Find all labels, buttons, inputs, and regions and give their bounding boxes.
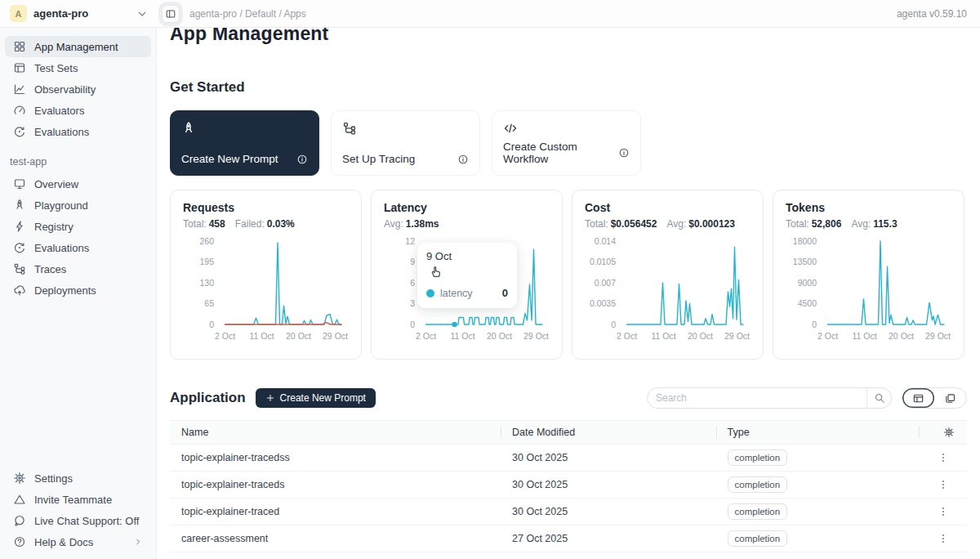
sidebar-item-playground[interactable]: Playground (5, 195, 151, 216)
metric-stat: Avg:1.38ms (384, 218, 439, 230)
create-new-prompt-button[interactable]: Create New Prompt (256, 388, 376, 408)
metric-stat: Total:$0.056452 (585, 218, 657, 230)
dots-vertical-icon (938, 452, 949, 463)
table-row[interactable]: topic-explainer-traced30 Oct 2025complet… (170, 499, 967, 525)
table-view-icon (912, 392, 924, 405)
sidebar-item-label: App Management (34, 41, 118, 53)
trace-icon (342, 121, 357, 136)
eval-icon (13, 241, 26, 254)
workspace-switcher[interactable]: A agenta-pro (10, 5, 88, 22)
svg-text:11 Oct: 11 Oct (249, 331, 274, 341)
topbar: A agenta-pro agenta-pro / Default / Apps… (0, 0, 980, 28)
metric-stat: Avg:115.3 (851, 218, 897, 230)
metric-stat: Total:458 (183, 218, 225, 230)
sidebar-item-label: Evaluators (34, 105, 84, 117)
sidebar: App ManagementTest SetsObservabilityEval… (0, 28, 157, 559)
svg-text:0.0105: 0.0105 (590, 257, 616, 266)
cell-date-modified: 30 Oct 2025 (501, 479, 716, 490)
chevron-down-icon[interactable] (136, 7, 149, 20)
tooltip-date: 9 Oct (426, 250, 508, 262)
info-icon[interactable] (618, 147, 630, 159)
row-menu-button[interactable] (919, 452, 967, 463)
search-box (647, 387, 892, 409)
cloud-icon (13, 284, 26, 297)
dots-vertical-icon (938, 533, 949, 544)
metric-title: Cost (585, 201, 751, 214)
card-label: Create New Prompt (181, 153, 278, 165)
sidebar-item-label: Invite Teammate (34, 494, 112, 506)
svg-text:195: 195 (199, 257, 214, 266)
type-badge: completion (728, 476, 788, 493)
svg-text:20 Oct: 20 Oct (889, 331, 914, 341)
sidebar-item-observability[interactable]: Observability (5, 78, 151, 100)
metric-card-tokens: TokensTotal:52,806Avg:115.31800013500900… (773, 190, 964, 360)
row-menu-button[interactable] (919, 533, 967, 544)
metric-title: Latency (384, 201, 550, 214)
lightning-icon (13, 220, 26, 233)
sidebar-item-settings[interactable]: Settings (5, 467, 151, 489)
get-started-card-set-up-tracing[interactable]: Set Up Tracing (331, 110, 480, 176)
sidebar-item-help-docs[interactable]: Help & Docs (5, 531, 151, 552)
sidebar-main-nav: App ManagementTest SetsObservabilityEval… (5, 36, 151, 142)
metric-title: Tokens (786, 201, 951, 214)
sidebar-item-evaluations[interactable]: Evaluations (5, 237, 151, 258)
sidebar-item-traces[interactable]: Traces (5, 258, 151, 280)
card-view-button[interactable] (934, 388, 966, 408)
sidebar-item-overview[interactable]: Overview (5, 173, 151, 195)
column-settings-button[interactable] (919, 421, 967, 444)
row-menu-button[interactable] (919, 479, 967, 490)
column-header: Name (170, 421, 501, 444)
info-icon[interactable] (296, 154, 308, 165)
search-icon (874, 392, 885, 404)
svg-text:2 Oct: 2 Oct (617, 331, 637, 341)
cursor-icon (429, 264, 443, 278)
table-row[interactable]: topic-explainer-traceds30 Oct 2025comple… (170, 472, 967, 499)
sidebar-item-deployments[interactable]: Deployments (5, 280, 151, 301)
svg-text:0.007: 0.007 (595, 278, 616, 288)
table-row[interactable]: career-assessment27 Oct 2025completion (170, 525, 967, 552)
legend-dot (426, 289, 434, 297)
table-icon (13, 61, 26, 74)
metric-chart-cost[interactable]: 0.0140.01050.0070.003502 Oct11 Oct20 Oct… (585, 233, 751, 346)
tooltip-series-name: latency (440, 288, 473, 299)
info-icon[interactable] (457, 154, 469, 165)
get-started-card-create-new-prompt[interactable]: Create New Prompt (170, 110, 319, 176)
chevron-right-icon (133, 537, 143, 547)
sidebar-item-registry[interactable]: Registry (5, 216, 151, 237)
sidebar-section-label: test-app (10, 156, 146, 168)
get-started-heading: Get Started (170, 79, 967, 96)
search-button[interactable] (866, 388, 891, 408)
search-input[interactable] (648, 392, 866, 404)
gauge-icon (13, 104, 26, 117)
card-label: Set Up Tracing (342, 153, 415, 165)
row-menu-button[interactable] (919, 506, 967, 517)
sidebar-item-test-sets[interactable]: Test Sets (5, 57, 151, 78)
svg-text:18000: 18000 (793, 236, 817, 246)
metric-chart-tokens[interactable]: 18000135009000450002 Oct11 Oct20 Oct29 O… (786, 233, 951, 346)
sidebar-item-live-chat-support-off[interactable]: Live Chat Support: Off (5, 510, 151, 531)
plus-icon (265, 393, 275, 403)
sidebar-item-app-management[interactable]: App Management (5, 36, 151, 57)
metric-card-latency: LatencyAvg:1.38ms1296302 Oct11 Oct20 Oct… (371, 190, 563, 360)
tooltip-value: 0 (502, 287, 508, 299)
view-toggle (902, 387, 967, 409)
sidebar-item-label: Help & Docs (34, 536, 93, 548)
metric-chart-requests[interactable]: 2601951306502 Oct11 Oct20 Oct29 Oct (183, 233, 349, 346)
app-version: agenta v0.59.10 (897, 8, 967, 20)
svg-text:65: 65 (204, 298, 214, 308)
rocket-icon (13, 199, 26, 212)
table-header: NameDate ModifiedType (170, 420, 967, 445)
sidebar-item-invite-teammate[interactable]: Invite Teammate (5, 489, 151, 510)
svg-text:260: 260 (199, 236, 214, 246)
get-started-card-create-custom-workflow[interactable]: Create Custom Workflow (492, 110, 641, 176)
panel-left-icon (165, 8, 176, 20)
sidebar-item-evaluations[interactable]: Evaluations (5, 121, 151, 142)
code-icon (503, 121, 518, 136)
dots-vertical-icon (938, 479, 949, 490)
sidebar-item-evaluators[interactable]: Evaluators (5, 100, 151, 121)
sidebar-item-label: Traces (34, 263, 66, 275)
table-row[interactable]: topic-explainer-tracedss30 Oct 2025compl… (170, 445, 967, 472)
sidebar-toggle-button[interactable] (162, 5, 180, 23)
table-view-button[interactable] (902, 388, 934, 408)
apps-table: NameDate ModifiedTypetopic-explainer-tra… (170, 420, 967, 552)
